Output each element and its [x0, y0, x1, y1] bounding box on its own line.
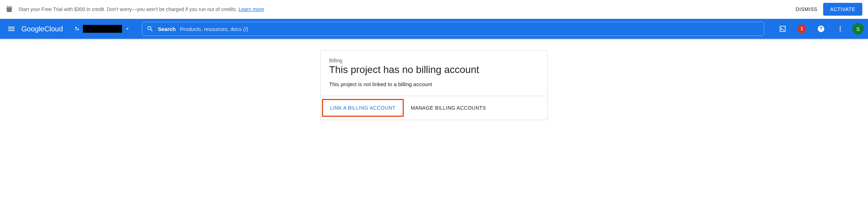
search-bar[interactable]: Search Products, resources, docs (/) — [142, 22, 764, 36]
account-avatar[interactable]: S — [852, 23, 864, 35]
project-name-redacted — [83, 25, 122, 33]
card-title: This project has no billing account — [329, 64, 539, 75]
svg-rect-2 — [7, 10, 9, 12]
search-label: Search — [158, 26, 176, 32]
manage-billing-button[interactable]: MANAGE BILLING ACCOUNTS — [404, 99, 493, 117]
free-trial-banner: Start your Free Trial with $300 in credi… — [0, 0, 868, 19]
svg-rect-3 — [10, 10, 12, 12]
gift-icon — [6, 6, 13, 13]
svg-point-7 — [77, 28, 79, 30]
search-placeholder: Products, resources, docs (/) — [180, 26, 248, 32]
banner-text: Start your Free Trial with $300 in credi… — [18, 6, 796, 12]
svg-point-6 — [75, 27, 77, 29]
svg-point-10 — [840, 26, 841, 28]
svg-point-11 — [840, 28, 841, 30]
more-button[interactable] — [833, 22, 847, 36]
google-cloud-logo[interactable]: Google Cloud — [21, 25, 63, 33]
learn-more-link[interactable]: Learn more — [239, 6, 264, 12]
notification-badge: 1 — [798, 25, 806, 33]
menu-button[interactable] — [4, 22, 18, 36]
svg-rect-1 — [10, 9, 12, 10]
project-selector[interactable] — [72, 23, 133, 34]
header-actions: 1 S — [776, 22, 864, 36]
notifications-button[interactable]: 1 — [795, 22, 809, 36]
svg-point-8 — [75, 30, 76, 31]
card-description: This project is not linked to a billing … — [329, 81, 539, 87]
svg-point-12 — [840, 30, 841, 32]
card-actions: LINK A BILLING ACCOUNT MANAGE BILLING AC… — [321, 96, 547, 120]
dismiss-button[interactable]: DISMISS — [796, 6, 817, 12]
chevron-down-icon — [124, 26, 131, 32]
search-icon — [147, 25, 154, 32]
svg-rect-0 — [7, 9, 9, 10]
card-eyebrow: Billing — [329, 58, 539, 63]
highlight-annotation: LINK A BILLING ACCOUNT — [322, 99, 404, 117]
activate-button[interactable]: ACTIVATE — [823, 3, 862, 16]
link-billing-button[interactable]: LINK A BILLING ACCOUNT — [323, 100, 403, 116]
cloud-shell-button[interactable] — [776, 22, 790, 36]
app-header: Google Cloud Search Products, resources,… — [0, 19, 868, 39]
svg-rect-5 — [7, 8, 12, 9]
main-content: Billing This project has no billing acco… — [0, 39, 868, 131]
project-icon — [74, 26, 81, 32]
help-button[interactable] — [814, 22, 828, 36]
billing-card: Billing This project has no billing acco… — [320, 50, 548, 120]
